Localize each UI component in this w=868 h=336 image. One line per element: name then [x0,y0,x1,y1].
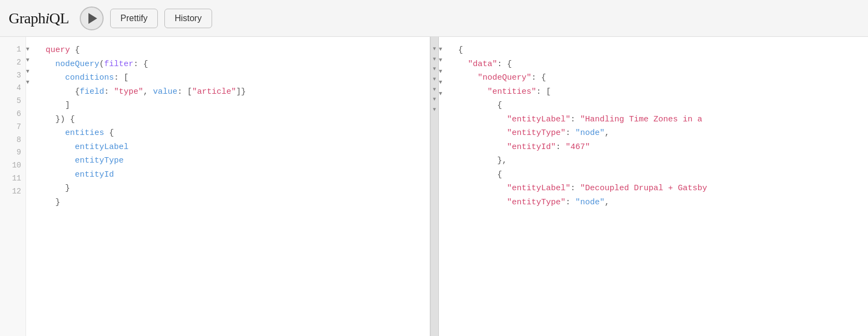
divider-arrow-2[interactable]: ▾ [433,54,436,64]
play-icon [88,13,97,24]
editor-code[interactable]: query { nodeQuery(filter: { conditions: … [37,37,430,336]
app-title: GraphiQL [9,10,69,27]
divider-arrow-6[interactable]: ▾ [433,94,436,104]
result-fold-col: ▾ ▾ ▾ ▾ ▾ [439,37,450,336]
editor-panel: 1 2 3 4 5 6 7 8 9 10 11 12 ▾ ▾ ▾ ▾ [0,37,430,336]
history-button[interactable]: History [164,9,212,28]
divider-arrow-4[interactable]: ▾ [433,74,436,84]
result-panel: ▾ ▾ ▾ ▾ ▾ { "data": { "nodeQuery": { "en… [439,37,869,336]
divider-arrow-5[interactable]: ▾ [433,84,436,94]
prettify-button[interactable]: Prettify [110,9,158,28]
panel-divider[interactable]: ▾ ▾ ▾ ▾ ▾ ▾ ▾ [430,37,439,336]
divider-arrow-1[interactable]: ▾ [433,43,436,54]
result-code: { "data": { "nodeQuery": { "entities": [… [450,37,869,336]
toolbar: GraphiQL Prettify History [0,0,868,37]
run-button[interactable] [80,7,104,30]
divider-arrow-3[interactable]: ▾ [433,63,436,74]
main-area: 1 2 3 4 5 6 7 8 9 10 11 12 ▾ ▾ ▾ ▾ [0,37,868,336]
editor-fold-col: ▾ ▾ ▾ ▾ [26,37,37,336]
line-numbers: 1 2 3 4 5 6 7 8 9 10 11 12 [0,37,26,336]
divider-arrow-7[interactable]: ▾ [433,104,436,114]
